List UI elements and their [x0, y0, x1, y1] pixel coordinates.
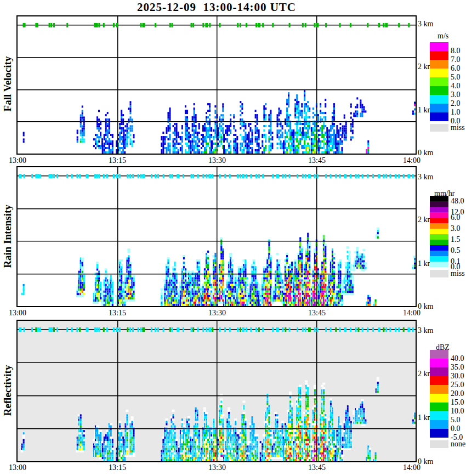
x-label-1345: 13:45: [304, 463, 329, 472]
legend-color-block: [430, 350, 448, 359]
x-label-1330: 13:30: [204, 463, 230, 472]
legend-title-ms: m/s: [437, 32, 448, 41]
x-label-1315: 13:15: [105, 463, 130, 472]
legend-color-block: [430, 201, 448, 207]
reflectivity-canvas: [18, 321, 416, 461]
legend-tick-label: 30.0: [451, 372, 464, 380]
mrr-quicklook-figure: 2025-12-09 13:00-14:00 UTC Fall Velocity…: [0, 0, 466, 476]
legend-tick-label: 1.0: [451, 109, 461, 116]
legend-tick-label: 6.0: [451, 65, 461, 72]
legend-color-block: [430, 69, 448, 77]
legend-color-block: [430, 51, 448, 60]
legend-tick-label: 35.0: [451, 364, 464, 371]
legend-color-block: [430, 218, 448, 223]
x-label-1330: 13:30: [204, 309, 230, 318]
panel-title-reflectivity: Reflectivity: [2, 365, 14, 416]
legend-color-bar: [430, 196, 448, 267]
legend-tick-label: 20.0: [451, 390, 464, 398]
panel-title-fall-velocity: Fall Velocity: [2, 56, 14, 112]
rain-intensity-canvas: [18, 167, 416, 306]
x-label-1300: 13:00: [5, 156, 30, 165]
legend-color-block: [430, 376, 448, 385]
legend-miss-block: [430, 124, 448, 132]
legend-color-block: [430, 394, 448, 403]
x-label-1330: 13:30: [204, 156, 230, 165]
plot-rain-intensity: [16, 166, 417, 307]
legend-color-block: [430, 42, 448, 51]
legend-tick-label: 40.0: [451, 355, 464, 362]
legend-color-bar: [430, 350, 448, 438]
legend-color-block: [430, 104, 448, 112]
legend-tick-label: 2.0: [451, 100, 461, 107]
legend-color-block: [430, 223, 448, 229]
legend-color-block: [430, 403, 448, 411]
legend-tick-label: 5.0: [451, 73, 461, 81]
panel-title-rain-intensity: Rain Intensity: [2, 205, 14, 268]
legend-color-block: [430, 229, 448, 234]
x-label-1400: 14:00: [399, 309, 424, 318]
legend-color-block: [430, 385, 448, 394]
legend-tick-label: 25.0: [451, 381, 464, 389]
legend-color-block: [430, 256, 448, 262]
fall-velocity-canvas: [18, 16, 416, 154]
legend-tick-label: 8.0: [451, 47, 461, 55]
x-label-1300: 13:00: [5, 309, 30, 318]
legend-tick-label: 0.5: [451, 247, 461, 254]
x-label-1345: 13:45: [304, 309, 329, 318]
legend-color-block: [430, 86, 448, 95]
legend-tick-label: 4.0: [451, 82, 461, 90]
legend-tick-label: 3.0: [451, 91, 461, 99]
legend-color-block: [430, 411, 448, 420]
legend-color-block: [430, 367, 448, 376]
legend-color-block: [430, 207, 448, 212]
legend-color-block: [430, 262, 448, 267]
legend-miss-block: [430, 440, 448, 448]
legend-tick-label: 48.0: [451, 197, 464, 205]
legend-tick-label: 6.0: [451, 214, 461, 222]
legend-color-block: [430, 245, 448, 251]
page-title: 2025-12-09 13:00-14:00 UTC: [16, 1, 417, 14]
x-label-1315: 13:15: [105, 309, 130, 318]
legend-color-block: [430, 60, 448, 69]
legend-color-block: [430, 95, 448, 104]
legend-color-block: [430, 234, 448, 240]
legend-miss-block: [430, 270, 448, 277]
legend-color-block: [430, 196, 448, 201]
legend-tick-label: 5.0: [451, 416, 461, 424]
x-label-1400: 14:00: [399, 463, 424, 472]
legend-color-block: [430, 420, 448, 429]
x-label-1400: 14:00: [399, 156, 424, 165]
legend-color-block: [430, 251, 448, 256]
legend-color-bar: [430, 42, 448, 121]
x-label-1300: 13:00: [5, 463, 30, 472]
legend-miss-label: miss: [451, 270, 465, 277]
legend-tick-label: 10.0: [451, 407, 464, 415]
legend-color-block: [430, 359, 448, 367]
legend-tick-label: 1.5: [451, 236, 461, 243]
legend-tick-label: 15.0: [451, 399, 464, 406]
legend-miss-label: none: [451, 440, 465, 448]
legend-tick-label: 0.0: [451, 425, 461, 433]
x-label-1345: 13:45: [304, 156, 329, 165]
legend-tick-label: 7.0: [451, 56, 461, 64]
y-label-3km: 3 km: [418, 173, 443, 182]
legend-color-block: [430, 212, 448, 218]
legend-color-block: [430, 77, 448, 86]
plot-reflectivity: [16, 320, 417, 462]
x-label-1315: 13:15: [105, 156, 130, 165]
legend-color-block: [430, 429, 448, 438]
legend-color-block: [430, 112, 448, 121]
legend-tick-label: 3.0: [451, 225, 461, 233]
plot-fall-velocity: [16, 15, 417, 155]
legend-miss-label: miss: [451, 124, 465, 132]
legend-color-block: [430, 240, 448, 245]
y-label-3km: 3 km: [418, 326, 443, 335]
y-label-3km: 3 km: [418, 20, 443, 29]
